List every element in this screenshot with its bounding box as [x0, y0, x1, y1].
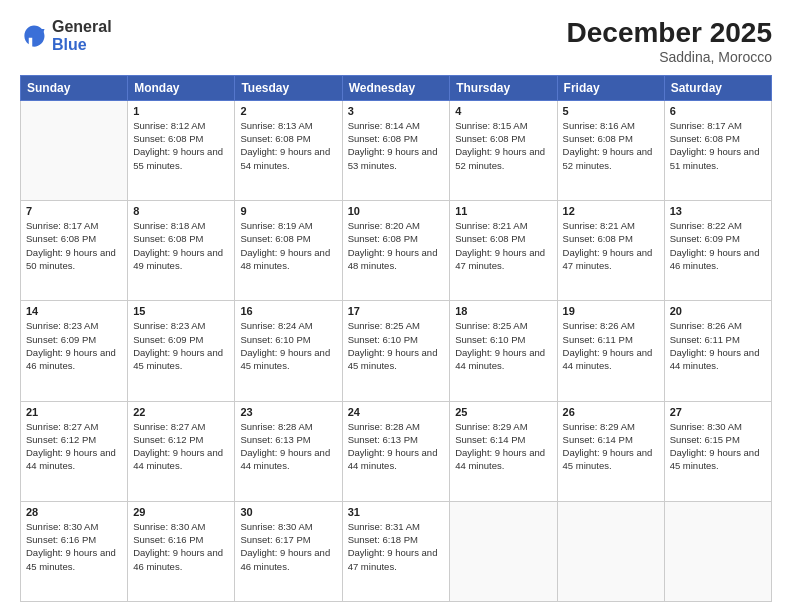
day-cell: 20Sunrise: 8:26 AM Sunset: 6:11 PM Dayli… [664, 301, 771, 401]
weekday-monday: Monday [128, 75, 235, 100]
weekday-wednesday: Wednesday [342, 75, 450, 100]
day-info: Sunrise: 8:13 AM Sunset: 6:08 PM Dayligh… [240, 119, 336, 172]
week-row-0: 1Sunrise: 8:12 AM Sunset: 6:08 PM Daylig… [21, 100, 772, 200]
day-cell: 28Sunrise: 8:30 AM Sunset: 6:16 PM Dayli… [21, 501, 128, 601]
day-cell: 14Sunrise: 8:23 AM Sunset: 6:09 PM Dayli… [21, 301, 128, 401]
day-cell: 15Sunrise: 8:23 AM Sunset: 6:09 PM Dayli… [128, 301, 235, 401]
day-info: Sunrise: 8:21 AM Sunset: 6:08 PM Dayligh… [563, 219, 659, 272]
day-info: Sunrise: 8:17 AM Sunset: 6:08 PM Dayligh… [670, 119, 766, 172]
day-number: 23 [240, 406, 336, 418]
day-cell: 21Sunrise: 8:27 AM Sunset: 6:12 PM Dayli… [21, 401, 128, 501]
day-cell: 1Sunrise: 8:12 AM Sunset: 6:08 PM Daylig… [128, 100, 235, 200]
day-info: Sunrise: 8:18 AM Sunset: 6:08 PM Dayligh… [133, 219, 229, 272]
header: General Blue December 2025 Saddina, Moro… [20, 18, 772, 65]
day-info: Sunrise: 8:19 AM Sunset: 6:08 PM Dayligh… [240, 219, 336, 272]
day-cell: 11Sunrise: 8:21 AM Sunset: 6:08 PM Dayli… [450, 201, 557, 301]
weekday-saturday: Saturday [664, 75, 771, 100]
day-cell [450, 501, 557, 601]
day-info: Sunrise: 8:30 AM Sunset: 6:16 PM Dayligh… [26, 520, 122, 573]
day-cell: 9Sunrise: 8:19 AM Sunset: 6:08 PM Daylig… [235, 201, 342, 301]
day-number: 25 [455, 406, 551, 418]
day-number: 3 [348, 105, 445, 117]
weekday-friday: Friday [557, 75, 664, 100]
day-info: Sunrise: 8:12 AM Sunset: 6:08 PM Dayligh… [133, 119, 229, 172]
day-info: Sunrise: 8:23 AM Sunset: 6:09 PM Dayligh… [133, 319, 229, 372]
day-cell: 18Sunrise: 8:25 AM Sunset: 6:10 PM Dayli… [450, 301, 557, 401]
logo: General Blue [20, 18, 112, 53]
day-number: 4 [455, 105, 551, 117]
day-info: Sunrise: 8:25 AM Sunset: 6:10 PM Dayligh… [348, 319, 445, 372]
day-info: Sunrise: 8:22 AM Sunset: 6:09 PM Dayligh… [670, 219, 766, 272]
logo-general: General [52, 18, 112, 36]
day-number: 5 [563, 105, 659, 117]
day-number: 15 [133, 305, 229, 317]
day-cell: 27Sunrise: 8:30 AM Sunset: 6:15 PM Dayli… [664, 401, 771, 501]
day-info: Sunrise: 8:28 AM Sunset: 6:13 PM Dayligh… [348, 420, 445, 473]
day-number: 21 [26, 406, 122, 418]
location: Saddina, Morocco [567, 49, 772, 65]
weekday-thursday: Thursday [450, 75, 557, 100]
day-number: 10 [348, 205, 445, 217]
day-number: 27 [670, 406, 766, 418]
day-cell: 3Sunrise: 8:14 AM Sunset: 6:08 PM Daylig… [342, 100, 450, 200]
day-info: Sunrise: 8:14 AM Sunset: 6:08 PM Dayligh… [348, 119, 445, 172]
day-number: 13 [670, 205, 766, 217]
day-number: 31 [348, 506, 445, 518]
day-number: 7 [26, 205, 122, 217]
day-number: 19 [563, 305, 659, 317]
day-cell: 4Sunrise: 8:15 AM Sunset: 6:08 PM Daylig… [450, 100, 557, 200]
day-info: Sunrise: 8:17 AM Sunset: 6:08 PM Dayligh… [26, 219, 122, 272]
day-info: Sunrise: 8:20 AM Sunset: 6:08 PM Dayligh… [348, 219, 445, 272]
week-row-2: 14Sunrise: 8:23 AM Sunset: 6:09 PM Dayli… [21, 301, 772, 401]
day-cell: 17Sunrise: 8:25 AM Sunset: 6:10 PM Dayli… [342, 301, 450, 401]
day-number: 28 [26, 506, 122, 518]
day-info: Sunrise: 8:30 AM Sunset: 6:15 PM Dayligh… [670, 420, 766, 473]
day-info: Sunrise: 8:31 AM Sunset: 6:18 PM Dayligh… [348, 520, 445, 573]
weekday-sunday: Sunday [21, 75, 128, 100]
week-row-4: 28Sunrise: 8:30 AM Sunset: 6:16 PM Dayli… [21, 501, 772, 601]
day-cell: 2Sunrise: 8:13 AM Sunset: 6:08 PM Daylig… [235, 100, 342, 200]
logo-text: General Blue [52, 18, 112, 53]
day-number: 22 [133, 406, 229, 418]
day-cell: 19Sunrise: 8:26 AM Sunset: 6:11 PM Dayli… [557, 301, 664, 401]
day-cell: 13Sunrise: 8:22 AM Sunset: 6:09 PM Dayli… [664, 201, 771, 301]
day-cell: 22Sunrise: 8:27 AM Sunset: 6:12 PM Dayli… [128, 401, 235, 501]
day-info: Sunrise: 8:27 AM Sunset: 6:12 PM Dayligh… [133, 420, 229, 473]
day-info: Sunrise: 8:16 AM Sunset: 6:08 PM Dayligh… [563, 119, 659, 172]
day-info: Sunrise: 8:21 AM Sunset: 6:08 PM Dayligh… [455, 219, 551, 272]
logo-blue: Blue [52, 36, 112, 54]
day-info: Sunrise: 8:27 AM Sunset: 6:12 PM Dayligh… [26, 420, 122, 473]
page: General Blue December 2025 Saddina, Moro… [0, 0, 792, 612]
day-number: 16 [240, 305, 336, 317]
day-cell [664, 501, 771, 601]
day-cell: 26Sunrise: 8:29 AM Sunset: 6:14 PM Dayli… [557, 401, 664, 501]
day-info: Sunrise: 8:30 AM Sunset: 6:17 PM Dayligh… [240, 520, 336, 573]
day-info: Sunrise: 8:15 AM Sunset: 6:08 PM Dayligh… [455, 119, 551, 172]
day-number: 17 [348, 305, 445, 317]
day-number: 30 [240, 506, 336, 518]
day-info: Sunrise: 8:28 AM Sunset: 6:13 PM Dayligh… [240, 420, 336, 473]
day-number: 20 [670, 305, 766, 317]
day-info: Sunrise: 8:24 AM Sunset: 6:10 PM Dayligh… [240, 319, 336, 372]
month-year: December 2025 [567, 18, 772, 49]
weekday-header-row: SundayMondayTuesdayWednesdayThursdayFrid… [21, 75, 772, 100]
day-number: 11 [455, 205, 551, 217]
day-number: 8 [133, 205, 229, 217]
title-block: December 2025 Saddina, Morocco [567, 18, 772, 65]
day-cell: 8Sunrise: 8:18 AM Sunset: 6:08 PM Daylig… [128, 201, 235, 301]
day-number: 18 [455, 305, 551, 317]
logo-icon [20, 22, 48, 50]
day-info: Sunrise: 8:26 AM Sunset: 6:11 PM Dayligh… [670, 319, 766, 372]
day-info: Sunrise: 8:29 AM Sunset: 6:14 PM Dayligh… [455, 420, 551, 473]
day-number: 24 [348, 406, 445, 418]
day-number: 9 [240, 205, 336, 217]
day-cell [557, 501, 664, 601]
day-number: 26 [563, 406, 659, 418]
day-cell: 30Sunrise: 8:30 AM Sunset: 6:17 PM Dayli… [235, 501, 342, 601]
day-cell: 12Sunrise: 8:21 AM Sunset: 6:08 PM Dayli… [557, 201, 664, 301]
day-number: 1 [133, 105, 229, 117]
day-info: Sunrise: 8:29 AM Sunset: 6:14 PM Dayligh… [563, 420, 659, 473]
calendar-table: SundayMondayTuesdayWednesdayThursdayFrid… [20, 75, 772, 602]
day-cell: 29Sunrise: 8:30 AM Sunset: 6:16 PM Dayli… [128, 501, 235, 601]
day-cell: 7Sunrise: 8:17 AM Sunset: 6:08 PM Daylig… [21, 201, 128, 301]
